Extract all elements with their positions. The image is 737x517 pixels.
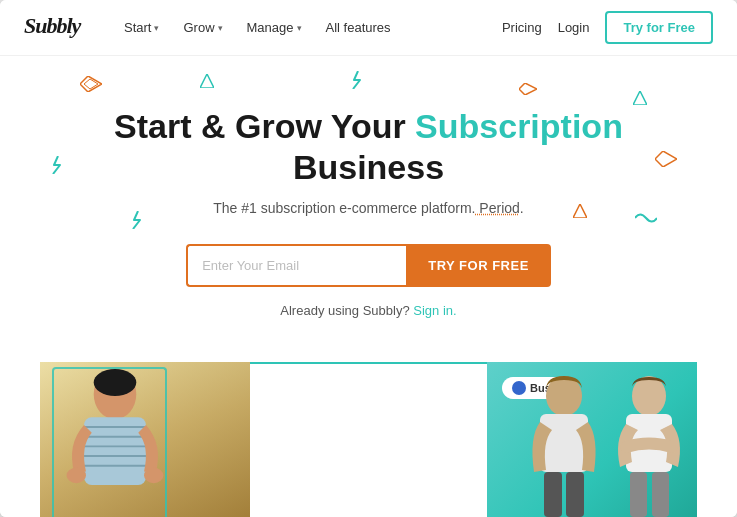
sign-in-link[interactable]: Sign in. [413,303,456,318]
nav-item-all-features[interactable]: All features [316,14,401,41]
hero-section: Start & Grow Your Subscription Business … [0,56,737,517]
deco-triangle-1 [200,74,214,92]
deco-lightning-1 [350,71,362,93]
cta-row: TRY FOR FREE [186,244,551,287]
svg-text:Subbly: Subbly [24,13,82,38]
nav-item-manage[interactable]: Manage ▾ [237,14,312,41]
already-using-text: Already using Subbly? Sign in. [280,303,456,318]
nav-item-start[interactable]: Start ▾ [114,14,169,41]
bottom-right-image: Buster [487,362,697,517]
svg-rect-24 [630,472,647,517]
pricing-link[interactable]: Pricing [502,20,542,35]
hero-title: Start & Grow Your Subscription Business [40,106,697,188]
deco-lightning-3 [130,211,142,233]
svg-marker-7 [573,204,587,218]
browser-window: Subbly Start ▾ Grow ▾ Manage ▾ All featu… [0,0,737,517]
nav-right: Pricing Login Try for Free [502,11,713,44]
chevron-down-icon: ▾ [154,23,159,33]
chevron-down-icon: ▾ [218,23,223,33]
try-for-free-cta-button[interactable]: TRY FOR FREE [406,244,551,287]
deco-triangle-3 [573,204,587,222]
svg-rect-21 [566,472,584,517]
svg-point-22 [632,376,666,416]
email-input[interactable] [186,244,406,287]
hero-subtitle: The #1 subscription e-commerce platform.… [213,200,523,216]
person-right-1-svg [524,372,604,517]
svg-rect-19 [540,414,588,472]
login-link[interactable]: Login [558,20,590,35]
chevron-down-icon: ▾ [297,23,302,33]
logo[interactable]: Subbly [24,11,86,45]
svg-rect-25 [652,472,669,517]
deco-arrow-1 [80,76,102,96]
nav-item-grow[interactable]: Grow ▾ [173,14,232,41]
nav-links: Start ▾ Grow ▾ Manage ▾ All features [114,14,502,41]
period-text: Period [475,200,519,216]
bottom-center [250,362,487,517]
bottom-left-image [40,362,250,517]
svg-marker-4 [519,83,537,95]
svg-rect-20 [544,472,562,517]
bottom-row: Buster [40,362,697,517]
svg-marker-3 [200,74,214,88]
deco-squiggle-1 [635,211,657,229]
navbar: Subbly Start ▾ Grow ▾ Manage ▾ All featu… [0,0,737,56]
svg-marker-1 [80,76,102,92]
person-right-group [524,372,687,517]
svg-marker-5 [633,91,647,105]
person-right-2-svg [612,372,687,517]
svg-marker-2 [84,79,98,89]
try-for-free-nav-button[interactable]: Try for Free [605,11,713,44]
deco-arrow-2 [519,81,537,99]
